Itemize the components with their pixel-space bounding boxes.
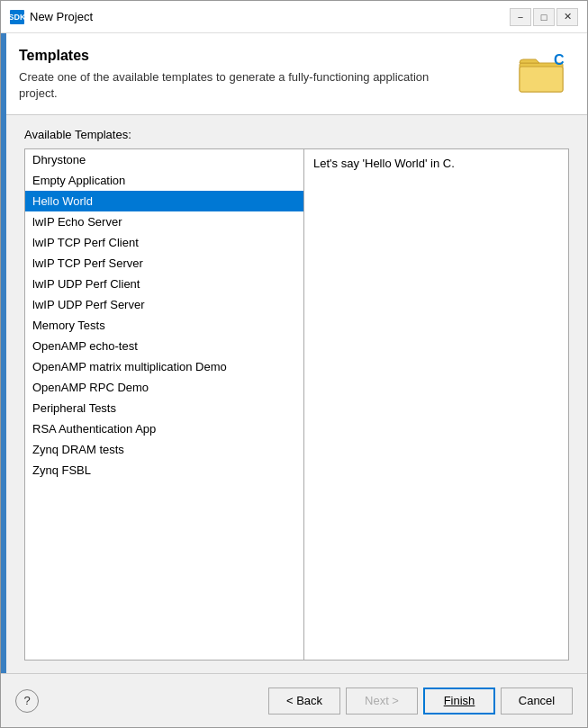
header-section: Templates Create one of the available te… [1, 33, 587, 115]
list-item-zynq-dram-tests[interactable]: Zynq DRAM tests [25, 439, 303, 460]
svg-rect-1 [520, 67, 563, 92]
list-item-openamp-rpc-demo[interactable]: OpenAMP RPC Demo [25, 377, 303, 398]
template-description: Let's say 'Hello World' in C. [313, 157, 455, 170]
content-area: Available Templates: DhrystoneEmpty Appl… [1, 115, 587, 673]
accent-bar [1, 33, 6, 673]
list-item-hello-world[interactable]: Hello World [25, 191, 303, 211]
footer-right: < Back Next > Finish Cancel [268, 688, 573, 715]
page-title: Templates [19, 48, 469, 64]
minimize-button[interactable]: − [510, 8, 531, 26]
list-item-empty-application[interactable]: Empty Application [25, 170, 303, 191]
header-description: Create one of the available templates to… [19, 69, 469, 102]
list-item-zynq-fsbl[interactable]: Zynq FSBL [25, 460, 303, 481]
list-item-openamp-echo-test[interactable]: OpenAMP echo-test [25, 336, 303, 356]
footer-left: ? [15, 689, 261, 713]
list-item-lwip-tcp-perf-client[interactable]: lwIP TCP Perf Client [25, 232, 303, 253]
list-item-lwip-echo-server[interactable]: lwIP Echo Server [25, 211, 303, 232]
help-button[interactable]: ? [15, 689, 39, 713]
title-bar: SDK New Project − □ ✕ [1, 1, 587, 33]
header-icon: C [515, 48, 569, 102]
list-item-memory-tests[interactable]: Memory Tests [25, 315, 303, 336]
list-item-lwip-udp-perf-server[interactable]: lwIP UDP Perf Server [25, 294, 303, 315]
back-button[interactable]: < Back [268, 688, 340, 715]
footer: ? < Back Next > Finish Cancel [1, 673, 587, 727]
description-panel: Let's say 'Hello World' in C. [304, 149, 568, 660]
folder-c-icon: C [518, 52, 567, 97]
window-controls: − □ ✕ [510, 8, 578, 26]
list-item-peripheral-tests[interactable]: Peripheral Tests [25, 398, 303, 418]
header-text: Templates Create one of the available te… [19, 48, 469, 102]
finish-button[interactable]: Finish [423, 688, 495, 715]
available-templates-label: Available Templates: [24, 128, 569, 141]
next-button[interactable]: Next > [346, 688, 418, 715]
templates-list[interactable]: DhrystoneEmpty ApplicationHello WorldlwI… [25, 149, 304, 660]
dialog-title: New Project [30, 10, 504, 23]
new-project-dialog: SDK New Project − □ ✕ Templates Create o… [0, 0, 588, 728]
list-item-dhrystone[interactable]: Dhrystone [25, 149, 303, 170]
list-item-openamp-matrix-multiplication-demo[interactable]: OpenAMP matrix multiplication Demo [25, 356, 303, 377]
list-item-lwip-udp-perf-client[interactable]: lwIP UDP Perf Client [25, 274, 303, 294]
list-item-lwip-tcp-perf-server[interactable]: lwIP TCP Perf Server [25, 253, 303, 274]
templates-panel: DhrystoneEmpty ApplicationHello WorldlwI… [24, 148, 569, 661]
list-item-rsa-authentication-app[interactable]: RSA Authentication App [25, 418, 303, 439]
cancel-button[interactable]: Cancel [501, 688, 573, 715]
maximize-button[interactable]: □ [533, 8, 555, 26]
svg-text:C: C [554, 52, 565, 67]
sdk-icon: SDK [10, 10, 24, 24]
close-button[interactable]: ✕ [556, 8, 578, 26]
